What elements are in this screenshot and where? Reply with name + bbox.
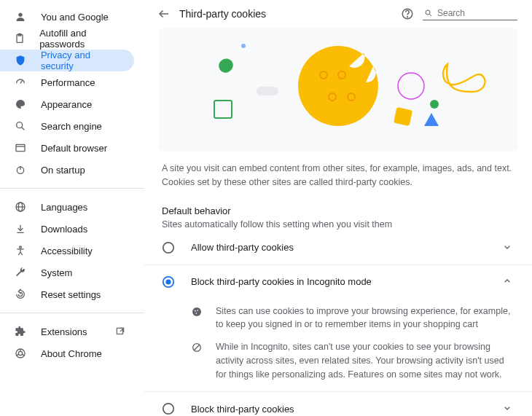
detail-text: Sites can use cookies to improve your br… (216, 305, 515, 332)
external-link-icon (115, 326, 125, 337)
option-details: Sites can use cookies to improve your br… (144, 299, 532, 393)
svg-point-49 (195, 313, 197, 314)
chevron-up-icon[interactable] (501, 275, 515, 289)
sidebar-item-autofill[interactable]: Autofill and passwords (0, 28, 134, 50)
svg-line-51 (194, 345, 200, 350)
extension-icon (13, 324, 28, 339)
option-label: Allow third-party cookies (191, 242, 501, 253)
back-button[interactable] (157, 7, 171, 20)
search-input[interactable] (437, 8, 516, 18)
shield-icon (13, 53, 28, 68)
search-icon (13, 119, 28, 133)
section-subtext: Sites automatically follow this setting … (162, 219, 515, 229)
sidebar-item-label: Search engine (41, 121, 102, 132)
sidebar-item-label: Downloads (41, 224, 87, 235)
radio-icon (162, 241, 175, 254)
topbar: Third-party cookies (144, 0, 532, 28)
download-icon (13, 221, 28, 236)
default-behavior-section: Default behavior Sites automatically fol… (144, 189, 532, 231)
svg-rect-33 (214, 101, 232, 118)
wrench-icon (13, 265, 28, 280)
speed-icon (13, 75, 28, 90)
detail-text: While in Incognito, sites can't use your… (216, 340, 515, 381)
reset-icon (13, 287, 28, 302)
option-block-incognito[interactable]: Block third-party cookies in Incognito m… (144, 265, 532, 299)
svg-rect-41 (394, 107, 412, 126)
sidebar-item-label: Extensions (41, 326, 87, 337)
help-button[interactable] (401, 7, 414, 20)
svg-line-31 (429, 14, 431, 16)
svg-point-15 (20, 246, 22, 248)
sidebar-item-label: Default browser (41, 143, 107, 154)
option-block-all[interactable]: Block third-party cookies (144, 392, 532, 416)
hero-illustration (159, 28, 517, 152)
person-icon (13, 9, 28, 24)
svg-point-47 (195, 310, 196, 311)
page-title: Third-party cookies (179, 8, 266, 20)
cookie-icon (191, 305, 204, 332)
search-field[interactable] (423, 8, 517, 20)
sidebar-item-appearance[interactable]: Appearance (0, 93, 134, 115)
option-label: Block third-party cookies in Incognito m… (191, 276, 501, 287)
option-allow[interactable]: Allow third-party cookies (144, 231, 532, 265)
svg-point-48 (197, 310, 198, 311)
svg-point-43 (163, 242, 173, 252)
sidebar-item-performance[interactable]: Performance (0, 71, 134, 93)
sidebar-item-label: Privacy and security (41, 50, 125, 71)
accessibility-icon (13, 243, 28, 258)
palette-icon (13, 97, 28, 111)
chevron-down-icon[interactable] (501, 402, 515, 415)
svg-point-30 (426, 10, 430, 15)
sidebar-item-extensions[interactable]: Extensions (0, 321, 134, 342)
sidebar-item-reset[interactable]: Reset settings (0, 283, 134, 305)
main-panel: Third-party cookies (144, 0, 532, 416)
svg-point-29 (407, 17, 408, 17)
chevron-down-icon[interactable] (501, 241, 515, 254)
sidebar-item-on-startup[interactable]: On startup (0, 159, 134, 181)
power-icon (13, 162, 28, 177)
section-heading: Default behavior (162, 205, 515, 216)
svg-marker-42 (424, 113, 439, 126)
settings-sidebar: You and Google Autofill and passwords Pr… (0, 0, 144, 416)
sidebar-item-downloads[interactable]: Downloads (0, 218, 134, 240)
svg-line-25 (17, 354, 19, 355)
radio-icon (162, 402, 175, 415)
search-icon (424, 8, 433, 18)
svg-line-5 (22, 127, 25, 130)
sidebar-item-about[interactable]: About Chrome (0, 342, 134, 364)
sidebar-item-privacy[interactable]: Privacy and security (0, 50, 134, 71)
svg-point-45 (165, 279, 171, 284)
sidebar-item-search-engine[interactable]: Search engine (0, 115, 134, 137)
sidebar-item-label: Accessibility (41, 246, 93, 256)
sidebar-item-label: Appearance (41, 99, 92, 110)
option-label: Block third-party cookies (191, 404, 501, 415)
page-description: A site you visit can embed content from … (144, 152, 532, 189)
sidebar-item-label: Languages (41, 202, 87, 213)
sidebar-item-default-browser[interactable]: Default browser (0, 137, 134, 159)
sidebar-item-label: On startup (41, 165, 85, 176)
svg-line-26 (22, 354, 24, 355)
svg-rect-20 (117, 328, 122, 334)
sidebar-item-label: Performance (41, 77, 95, 88)
sidebar-item-system[interactable]: System (0, 262, 134, 283)
sidebar-item-languages[interactable]: Languages (0, 196, 134, 218)
svg-line-3 (20, 80, 23, 83)
globe-icon (13, 200, 28, 214)
svg-rect-6 (16, 144, 25, 151)
svg-rect-34 (257, 87, 278, 95)
browser-icon (13, 141, 28, 155)
svg-point-52 (163, 404, 173, 414)
svg-point-39 (398, 73, 424, 99)
sidebar-item-label: You and Google (41, 12, 109, 23)
sidebar-item-label: Reset settings (41, 289, 101, 300)
sidebar-item-label: System (41, 267, 72, 278)
sidebar-item-accessibility[interactable]: Accessibility (0, 240, 134, 262)
sidebar-item-you-and-google[interactable]: You and Google (0, 6, 134, 28)
block-icon (191, 340, 204, 381)
svg-point-4 (17, 122, 23, 128)
svg-line-19 (20, 252, 23, 255)
svg-point-0 (18, 13, 22, 17)
svg-point-32 (241, 44, 246, 48)
svg-point-46 (192, 307, 201, 316)
svg-point-40 (430, 100, 439, 109)
